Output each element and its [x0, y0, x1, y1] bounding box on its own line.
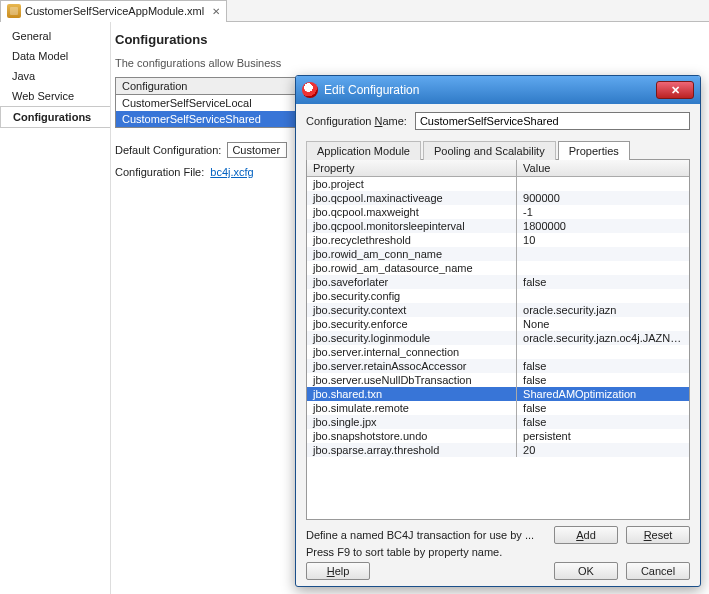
- config-file-link[interactable]: bc4j.xcfg: [210, 166, 253, 178]
- property-value: [517, 247, 689, 261]
- property-row[interactable]: jbo.security.contextoracle.security.jazn: [307, 303, 689, 317]
- property-row[interactable]: jbo.shared.txnSharedAMOptimization: [307, 387, 689, 401]
- property-row[interactable]: jbo.security.config: [307, 289, 689, 303]
- property-name: jbo.rowid_am_conn_name: [307, 247, 517, 261]
- close-icon[interactable]: ✕: [212, 6, 220, 17]
- property-value: 1800000: [517, 219, 689, 233]
- config-name-label: Configuration Name:: [306, 115, 407, 127]
- dialog-tab-properties[interactable]: Properties: [558, 141, 630, 160]
- window-close-button[interactable]: ✕: [656, 81, 694, 99]
- sidenav-item-general[interactable]: General: [0, 26, 110, 46]
- property-name: jbo.sparse.array.threshold: [307, 443, 517, 457]
- editor-tab-bar: CustomerSelfServiceAppModule.xml ✕: [0, 0, 709, 22]
- column-header-property[interactable]: Property: [307, 160, 517, 176]
- property-value: [517, 261, 689, 275]
- edit-configuration-dialog: Edit Configuration ✕ Configuration Name:…: [295, 75, 701, 587]
- property-value: persistent: [517, 429, 689, 443]
- sidenav-item-data-model[interactable]: Data Model: [0, 46, 110, 66]
- add-button[interactable]: Add: [554, 526, 618, 544]
- property-value: [517, 177, 689, 191]
- property-name: jbo.server.internal_connection: [307, 345, 517, 359]
- default-config-label: Default Configuration:: [115, 144, 221, 156]
- reset-button[interactable]: Reset: [626, 526, 690, 544]
- property-value: 20: [517, 443, 689, 457]
- properties-rows[interactable]: jbo.projectjbo.qcpool.maxinactiveage9000…: [307, 177, 689, 519]
- property-name: jbo.server.useNullDbTransaction: [307, 373, 517, 387]
- ok-button[interactable]: OK: [554, 562, 618, 580]
- property-name: jbo.single.jpx: [307, 415, 517, 429]
- dialog-tab-pooling-and-scalability[interactable]: Pooling and Scalability: [423, 141, 556, 160]
- property-row[interactable]: jbo.sparse.array.threshold20: [307, 443, 689, 457]
- properties-table: Property Value jbo.projectjbo.qcpool.max…: [306, 160, 690, 520]
- property-name: jbo.saveforlater: [307, 275, 517, 289]
- dialog-tabs: Application ModulePooling and Scalabilit…: [306, 140, 690, 160]
- sort-hint: Press F9 to sort table by property name.: [306, 546, 690, 558]
- property-value: None: [517, 317, 689, 331]
- property-value: 900000: [517, 191, 689, 205]
- sidenav-item-web-service[interactable]: Web Service: [0, 86, 110, 106]
- property-name: jbo.qcpool.maxinactiveage: [307, 191, 517, 205]
- property-value: SharedAMOptimization: [517, 387, 689, 401]
- property-value: -1: [517, 205, 689, 219]
- property-row[interactable]: jbo.security.enforceNone: [307, 317, 689, 331]
- property-name: jbo.simulate.remote: [307, 401, 517, 415]
- property-row[interactable]: jbo.qcpool.maxinactiveage900000: [307, 191, 689, 205]
- property-value: false: [517, 401, 689, 415]
- sidenav-item-configurations[interactable]: Configurations: [0, 106, 110, 128]
- property-row[interactable]: jbo.qcpool.maxweight-1: [307, 205, 689, 219]
- property-name: jbo.recyclethreshold: [307, 233, 517, 247]
- property-row[interactable]: jbo.single.jpxfalse: [307, 415, 689, 429]
- property-row[interactable]: jbo.simulate.remotefalse: [307, 401, 689, 415]
- cancel-button[interactable]: Cancel: [626, 562, 690, 580]
- property-row[interactable]: jbo.server.useNullDbTransactionfalse: [307, 373, 689, 387]
- default-config-combo[interactable]: Customer: [227, 142, 287, 158]
- property-name: jbo.security.config: [307, 289, 517, 303]
- property-row[interactable]: jbo.security.loginmoduleoracle.security.…: [307, 331, 689, 345]
- property-row[interactable]: jbo.project: [307, 177, 689, 191]
- property-name: jbo.server.retainAssocAccessor: [307, 359, 517, 373]
- sidenav-item-java[interactable]: Java: [0, 66, 110, 86]
- property-row[interactable]: jbo.saveforlaterfalse: [307, 275, 689, 289]
- property-name: jbo.shared.txn: [307, 387, 517, 401]
- property-name: jbo.qcpool.monitorsleepinterval: [307, 219, 517, 233]
- property-name: jbo.snapshotstore.undo: [307, 429, 517, 443]
- property-value: false: [517, 373, 689, 387]
- property-hint: Define a named BC4J transaction for use …: [306, 529, 534, 541]
- config-name-input[interactable]: [415, 112, 690, 130]
- property-name: jbo.security.context: [307, 303, 517, 317]
- property-name: jbo.security.loginmodule: [307, 331, 517, 345]
- dialog-tab-application-module[interactable]: Application Module: [306, 141, 421, 160]
- property-row[interactable]: jbo.server.retainAssocAccessorfalse: [307, 359, 689, 373]
- property-value: [517, 345, 689, 359]
- property-value: false: [517, 275, 689, 289]
- oracle-icon: [302, 82, 318, 98]
- property-value: 10: [517, 233, 689, 247]
- page-title: Configurations: [115, 32, 705, 47]
- property-name: jbo.project: [307, 177, 517, 191]
- property-row[interactable]: jbo.recyclethreshold10: [307, 233, 689, 247]
- property-value: oracle.security.jazn.oc4j.JAZNUserM...: [517, 331, 689, 345]
- property-value: false: [517, 415, 689, 429]
- property-value: oracle.security.jazn: [517, 303, 689, 317]
- help-button[interactable]: Help: [306, 562, 370, 580]
- dialog-titlebar: Edit Configuration ✕: [296, 76, 700, 104]
- property-name: jbo.security.enforce: [307, 317, 517, 331]
- editor-tab[interactable]: CustomerSelfServiceAppModule.xml ✕: [0, 0, 227, 22]
- property-value: [517, 289, 689, 303]
- property-name: jbo.qcpool.maxweight: [307, 205, 517, 219]
- property-row[interactable]: jbo.rowid_am_datasource_name: [307, 261, 689, 275]
- dialog-title: Edit Configuration: [324, 83, 419, 97]
- property-row[interactable]: jbo.snapshotstore.undopersistent: [307, 429, 689, 443]
- property-row[interactable]: jbo.server.internal_connection: [307, 345, 689, 359]
- page-description: The configurations allow Business: [115, 57, 705, 69]
- app-module-icon: [7, 4, 21, 18]
- property-name: jbo.rowid_am_datasource_name: [307, 261, 517, 275]
- config-file-label: Configuration File:: [115, 166, 204, 178]
- property-value: false: [517, 359, 689, 373]
- side-nav: GeneralData ModelJavaWeb ServiceConfigur…: [0, 22, 110, 594]
- property-row[interactable]: jbo.rowid_am_conn_name: [307, 247, 689, 261]
- column-header-value[interactable]: Value: [517, 160, 689, 176]
- editor-tab-filename: CustomerSelfServiceAppModule.xml: [25, 5, 204, 17]
- property-row[interactable]: jbo.qcpool.monitorsleepinterval1800000: [307, 219, 689, 233]
